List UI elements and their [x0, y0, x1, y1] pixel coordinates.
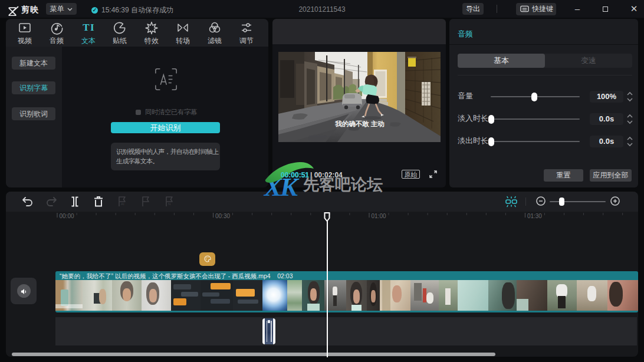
svg-text:先客吧论坛: 先客吧论坛 [303, 176, 383, 193]
svg-text:00:30: 00:30 [215, 213, 230, 219]
svg-text:00:00: 00:00 [60, 213, 74, 219]
svg-text:我的确不敢 主动: 我的确不敢 主动 [334, 120, 385, 127]
svg-text:00:00:51: 00:00:51 [281, 171, 309, 179]
svg-text:AI: AI [121, 202, 124, 206]
svg-text:01:00: 01:00 [372, 213, 386, 219]
svg-text:N: N [168, 202, 170, 206]
svg-text:01:30: 01:30 [527, 213, 542, 219]
